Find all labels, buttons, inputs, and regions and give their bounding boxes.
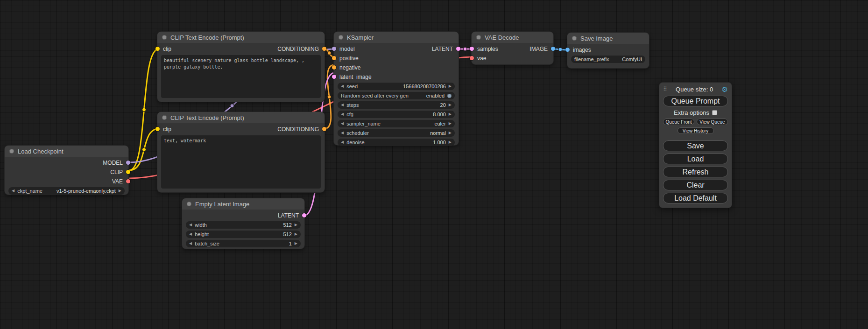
widget-value: 8.000 <box>356 112 446 117</box>
drag-handle-icon[interactable]: ⠿ <box>663 86 667 92</box>
increment-arrow-icon[interactable]: ▶ <box>449 140 452 144</box>
node-title-bar[interactable]: Save Image <box>567 33 649 44</box>
conditioning-output-slot[interactable] <box>322 47 326 51</box>
node-title: CLIP Text Encode (Prompt) <box>170 34 244 41</box>
increment-arrow-icon[interactable]: ▶ <box>119 189 121 193</box>
decrement-arrow-icon[interactable]: ◀ <box>341 103 344 107</box>
widget-label: denoise <box>346 140 365 145</box>
link-midpoint-dot <box>327 95 331 99</box>
collapse-dot-icon[interactable] <box>9 149 14 154</box>
decrement-arrow-icon[interactable]: ◀ <box>341 140 344 144</box>
filename-prefix-widget[interactable]: filename_prefix ComfyUI <box>571 56 645 63</box>
node-title-bar[interactable]: CLIP Text Encode (Prompt) <box>157 112 325 123</box>
increment-arrow-icon[interactable]: ▶ <box>295 223 297 227</box>
widget-value: enabled <box>411 93 445 98</box>
vae-input-slot[interactable] <box>470 56 474 60</box>
clip-output-slot[interactable] <box>126 170 130 174</box>
batch-size-widget[interactable]: ◀ batch_size 1 ▶ <box>186 240 301 247</box>
seed-widget[interactable]: ◀ seed 156680208700286 ▶ <box>338 83 455 90</box>
node-vae-decode[interactable]: VAE Decode samples IMAGE vae <box>472 32 553 64</box>
node-clip-text-encode-positive[interactable]: CLIP Text Encode (Prompt) clip CONDITION… <box>157 32 325 102</box>
collapse-dot-icon[interactable] <box>572 36 577 41</box>
queue-prompt-button[interactable]: Queue Prompt <box>663 96 728 106</box>
clear-button[interactable]: Clear <box>663 180 728 190</box>
decrement-arrow-icon[interactable]: ◀ <box>189 242 192 245</box>
increment-arrow-icon[interactable]: ▶ <box>449 103 452 107</box>
increment-arrow-icon[interactable]: ▶ <box>295 242 297 245</box>
scheduler-widget[interactable]: ◀ scheduler normal ▶ <box>338 129 455 137</box>
node-title-bar[interactable]: Load Checkpoint <box>5 146 128 157</box>
collapse-dot-icon[interactable] <box>339 35 343 40</box>
positive-input-slot[interactable] <box>332 56 336 60</box>
decrement-arrow-icon[interactable]: ◀ <box>189 232 192 236</box>
sampler-name-widget[interactable]: ◀ sampler_name euler ▶ <box>338 120 455 127</box>
images-input-slot[interactable] <box>565 48 570 52</box>
increment-arrow-icon[interactable]: ▶ <box>295 232 297 236</box>
node-title-bar[interactable]: VAE Decode <box>472 32 553 43</box>
queue-front-button[interactable]: Queue Front <box>663 119 694 125</box>
image-output-slot[interactable] <box>551 47 555 51</box>
link-midpoint-dot <box>142 148 146 152</box>
node-title: CLIP Text Encode (Prompt) <box>170 114 244 121</box>
node-title: Save Image <box>580 35 613 42</box>
model-input-slot[interactable] <box>332 47 336 51</box>
latent-image-input-slot[interactable] <box>332 75 336 79</box>
node-clip-text-encode-negative[interactable]: CLIP Text Encode (Prompt) clip CONDITION… <box>157 112 325 192</box>
width-widget[interactable]: ◀ width 512 ▶ <box>186 221 301 229</box>
widget-label: filename_prefix <box>574 56 609 62</box>
collapse-dot-icon[interactable] <box>162 115 167 120</box>
samples-input-slot[interactable] <box>470 47 474 51</box>
clip-input-slot[interactable] <box>155 127 160 131</box>
refresh-button[interactable]: Refresh <box>663 167 728 177</box>
clip-input-slot[interactable] <box>155 47 160 51</box>
decrement-arrow-icon[interactable]: ◀ <box>341 131 344 135</box>
increment-arrow-icon[interactable]: ▶ <box>449 122 452 126</box>
decrement-arrow-icon[interactable]: ◀ <box>12 189 14 193</box>
collapse-dot-icon[interactable] <box>187 202 191 206</box>
node-graph-canvas[interactable]: Load Checkpoint MODEL CLIP VAE ◀ ckpt_na… <box>0 0 868 329</box>
latent-output-slot[interactable] <box>456 47 460 51</box>
collapse-dot-icon[interactable] <box>162 35 167 40</box>
view-history-button[interactable]: View History <box>677 127 714 134</box>
load-default-button[interactable]: Load Default <box>663 193 728 203</box>
collapse-dot-icon[interactable] <box>476 35 481 40</box>
model-output-slot[interactable] <box>126 161 130 165</box>
decrement-arrow-icon[interactable]: ◀ <box>341 112 344 116</box>
decrement-arrow-icon[interactable]: ◀ <box>341 122 344 126</box>
height-widget[interactable]: ◀ height 512 ▶ <box>186 231 301 238</box>
ckpt-name-widget[interactable]: ◀ ckpt_name v1-5-pruned-emaonly.ckpt ▶ <box>8 187 125 195</box>
negative-input-slot[interactable] <box>332 65 336 70</box>
steps-widget[interactable]: ◀ steps 20 ▶ <box>338 101 455 109</box>
random-seed-toggle-widget[interactable]: Random seed after every gen enabled <box>338 92 455 99</box>
decrement-arrow-icon[interactable]: ◀ <box>341 84 344 88</box>
prompt-textarea[interactable]: text, watermark <box>161 135 321 189</box>
denoise-widget[interactable]: ◀ denoise 1.000 ▶ <box>338 139 455 146</box>
link-midpoint-dot <box>230 104 234 108</box>
node-title-bar[interactable]: Empty Latent Image <box>182 198 304 210</box>
decrement-arrow-icon[interactable]: ◀ <box>189 223 192 227</box>
increment-arrow-icon[interactable]: ▶ <box>449 131 452 135</box>
cfg-widget[interactable]: ◀ cfg 8.000 ▶ <box>338 111 455 118</box>
increment-arrow-icon[interactable]: ▶ <box>449 84 452 88</box>
increment-arrow-icon[interactable]: ▶ <box>449 112 452 116</box>
latent-output-slot[interactable] <box>302 213 306 217</box>
toggle-knob[interactable] <box>447 94 452 98</box>
node-title-bar[interactable]: CLIP Text Encode (Prompt) <box>157 32 325 43</box>
node-empty-latent-image[interactable]: Empty Latent Image LATENT ◀ width 512 ▶ … <box>182 198 304 249</box>
extra-options-checkbox[interactable] <box>712 110 717 115</box>
load-button[interactable]: Load <box>663 154 728 164</box>
node-save-image[interactable]: Save Image images filename_prefix ComfyU… <box>567 33 649 68</box>
widget-value: euler <box>383 121 446 126</box>
extra-options-label: Extra options <box>674 109 709 116</box>
widget-value: 20 <box>361 102 445 108</box>
input-label: clip <box>163 46 171 52</box>
vae-output-slot[interactable] <box>126 179 130 183</box>
settings-gear-icon[interactable]: ⚙ <box>722 86 728 93</box>
node-title-bar[interactable]: KSampler <box>334 32 459 43</box>
node-load-checkpoint[interactable]: Load Checkpoint MODEL CLIP VAE ◀ ckpt_na… <box>5 146 128 195</box>
prompt-textarea[interactable]: beautiful scenery nature glass bottle la… <box>161 55 321 98</box>
conditioning-output-slot[interactable] <box>322 127 326 131</box>
node-ksampler[interactable]: KSampler model LATENT positive negative … <box>334 32 459 145</box>
save-button[interactable]: Save <box>663 140 728 151</box>
view-queue-button[interactable]: View Queue <box>697 119 728 125</box>
